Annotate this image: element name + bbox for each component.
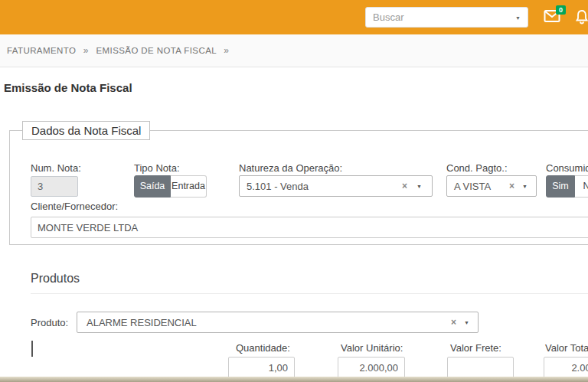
breadcrumb-separator-icon: » xyxy=(224,45,229,56)
global-search: ▼ xyxy=(365,7,528,28)
top-navbar: ▼ 0 xyxy=(0,0,588,34)
tipo-nota-saida-button[interactable]: Saída xyxy=(134,175,171,198)
cond-pagto-value: A VISTA xyxy=(454,181,491,192)
section-divider xyxy=(31,293,588,294)
bottom-panel-edge xyxy=(0,377,588,382)
valor-frete-label: Valor Frete: xyxy=(450,342,501,354)
consumidor-nao-button[interactable]: Não xyxy=(575,175,588,198)
app-window: ▼ 0 FATURAMENTO » EMISSÃO DE NOTA FISCAL… xyxy=(0,0,588,382)
breadcrumb-item-emissao-nota-fiscal[interactable]: EMISSÃO DE NOTA FISCAL xyxy=(96,46,217,55)
produtos-section-title: Produtos xyxy=(31,272,80,286)
breadcrumb: FATURAMENTO » EMISSÃO DE NOTA FISCAL » xyxy=(7,45,234,56)
num-nota-field xyxy=(31,176,78,197)
cond-pagto-label: Cond. Pagto.: xyxy=(446,162,508,174)
text-cursor xyxy=(31,341,33,357)
valor-unitario-field[interactable] xyxy=(338,357,405,378)
cond-pagto-select[interactable]: A VISTA × ▼ xyxy=(446,175,537,197)
quantidade-label: Quantidade: xyxy=(236,342,290,354)
dropdown-caret-icon[interactable]: ▼ xyxy=(464,320,469,325)
dropdown-caret-icon[interactable]: ▼ xyxy=(416,184,422,189)
produto-select[interactable]: ALARME RESIDENCIAL × ▼ xyxy=(77,312,479,333)
tipo-nota-label: Tipo Nota: xyxy=(134,162,180,174)
clear-icon[interactable]: × xyxy=(509,181,514,191)
fieldset-legend: Dados da Nota Fiscal xyxy=(22,121,150,140)
messages-count-badge: 0 xyxy=(556,5,566,15)
valor-unitario-label: Valor Unitário: xyxy=(341,342,403,354)
produto-label: Produto: xyxy=(31,317,68,328)
consumidor-final-label: Consumidor Final: xyxy=(546,162,588,174)
valor-frete-field[interactable] xyxy=(447,357,514,378)
breadcrumb-bar: FATURAMENTO » EMISSÃO DE NOTA FISCAL » xyxy=(0,34,588,67)
consumidor-sim-button[interactable]: Sim xyxy=(546,175,575,198)
valor-total-field[interactable] xyxy=(544,357,588,378)
natureza-operacao-value: 5.101 - Venda xyxy=(247,181,309,192)
natureza-operacao-label: Natureza da Operação: xyxy=(239,162,342,174)
natureza-operacao-select[interactable]: 5.101 - Venda × ▼ xyxy=(239,175,433,197)
quantidade-field[interactable] xyxy=(228,357,295,378)
breadcrumb-item-faturamento[interactable]: FATURAMENTO xyxy=(7,46,76,55)
search-input[interactable] xyxy=(366,8,528,27)
clear-icon[interactable]: × xyxy=(402,181,407,191)
cliente-fornecedor-label: Cliente/Fornecedor: xyxy=(31,201,118,212)
dropdown-caret-icon[interactable]: ▼ xyxy=(522,184,528,189)
search-dropdown-caret-icon[interactable]: ▼ xyxy=(515,15,521,21)
page-title: Emissão de Nota Fiscal xyxy=(4,81,132,94)
tipo-nota-entrada-button[interactable]: Entrada xyxy=(171,175,207,198)
breadcrumb-separator-icon: » xyxy=(83,45,89,56)
cliente-fornecedor-field[interactable] xyxy=(31,217,588,238)
num-nota-label: Num. Nota: xyxy=(31,162,81,174)
produto-value: ALARME RESIDENCIAL xyxy=(87,317,197,328)
notifications-bell-icon[interactable] xyxy=(575,9,588,28)
clear-icon[interactable]: × xyxy=(451,317,456,328)
valor-total-label: Valor Total: xyxy=(545,342,588,354)
